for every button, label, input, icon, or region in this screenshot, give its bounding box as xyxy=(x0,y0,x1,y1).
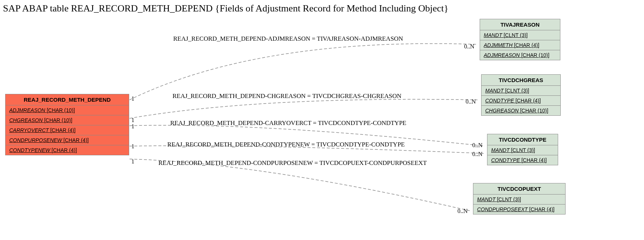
cardinality-right: 0..N xyxy=(472,151,483,158)
cardinality-left: 1 xyxy=(131,123,134,130)
main-entity-field: ADJMREASON [CHAR (10)] xyxy=(6,105,129,115)
main-entity-field: CONDPURPOSENEW [CHAR (4)] xyxy=(6,135,129,145)
relation-label: REAJ_RECORD_METH_DEPEND-CONDPURPOSENEW =… xyxy=(158,159,427,167)
cardinality-left: 1 xyxy=(131,158,134,165)
ref-entity-tivcdcondtype: TIVCDCONDTYPE MANDT [CLNT (3)] CONDTYPE … xyxy=(487,134,558,165)
relation-label: REAJ_RECORD_METH_DEPEND-CONDTYPENEW = TI… xyxy=(167,141,405,148)
cardinality-left: 1 xyxy=(131,95,134,102)
ref-entity-tivajreason: TIVAJREASON MANDT [CLNT (3)] ADJMMETH [C… xyxy=(480,19,560,60)
cardinality-left: 1 xyxy=(131,117,134,124)
main-entity-field: CONDTYPENEW [CHAR (4)] xyxy=(6,145,129,155)
cardinality-right: 0..N xyxy=(457,208,468,214)
main-entity-field: CARRYOVERCT [CHAR (4)] xyxy=(6,125,129,135)
ref-entity-tivcdcopuext: TIVCDCOPUEXT MANDT [CLNT (3)] CONDPURPOS… xyxy=(473,183,566,214)
ref-entity-field: CONDTYPE [CHAR (4)] xyxy=(482,96,560,106)
cardinality-right: 0..N xyxy=(466,98,476,105)
page-title: SAP ABAP table REAJ_RECORD_METH_DEPEND {… xyxy=(3,3,449,14)
cardinality-left: 1 xyxy=(131,143,134,150)
relation-label: REAJ_RECORD_METH_DEPEND-CHGREASON = TIVC… xyxy=(172,92,401,100)
ref-entity-field: MANDT [CLNT (3)] xyxy=(473,195,565,204)
ref-entity-field: MANDT [CLNT (3)] xyxy=(482,86,560,96)
ref-entity-name: TIVAJREASON xyxy=(480,19,560,30)
ref-entity-tivcdchgreas: TIVCDCHGREAS MANDT [CLNT (3)] CONDTYPE [… xyxy=(481,74,561,116)
main-entity-name: REAJ_RECORD_METH_DEPEND xyxy=(6,94,129,105)
relation-label: REAJ_RECORD_METH_DEPEND-ADJMREASON = TIV… xyxy=(173,35,403,43)
ref-entity-field: CHGREASON [CHAR (10)] xyxy=(482,106,560,115)
cardinality-right: 0..N xyxy=(472,142,483,149)
cardinality-right: 0..N xyxy=(464,43,474,50)
main-entity-table: REAJ_RECORD_METH_DEPEND ADJMREASON [CHAR… xyxy=(5,94,129,155)
ref-entity-name: TIVCDCONDTYPE xyxy=(487,134,558,145)
ref-entity-field: ADJMREASON [CHAR (10)] xyxy=(480,50,560,60)
ref-entity-field: MANDT [CLNT (3)] xyxy=(487,145,558,155)
ref-entity-field: CONDPURPOSEEXT [CHAR (4)] xyxy=(473,204,565,214)
main-entity-field: CHGREASON [CHAR (10)] xyxy=(6,115,129,125)
ref-entity-field: ADJMMETH [CHAR (4)] xyxy=(480,40,560,50)
ref-entity-field: CONDTYPE [CHAR (4)] xyxy=(487,155,558,165)
ref-entity-name: TIVCDCHGREAS xyxy=(482,75,560,86)
relation-label: REAJ_RECORD_METH_DEPEND-CARRYOVERCT = TI… xyxy=(170,119,406,127)
ref-entity-field: MANDT [CLNT (3)] xyxy=(480,30,560,40)
ref-entity-name: TIVCDCOPUEXT xyxy=(473,183,565,195)
